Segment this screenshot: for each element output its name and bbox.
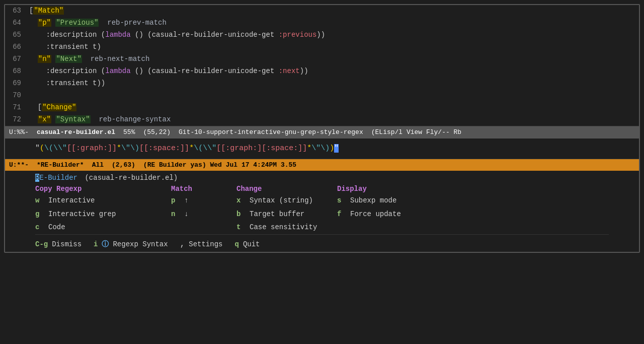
string-p: "p" [38, 19, 51, 27]
quit-label: Quit [243, 240, 260, 248]
line-number-72: 72 [9, 114, 29, 125]
key-g[interactable]: g [35, 208, 45, 221]
key-p[interactable]: p [171, 194, 181, 208]
desc-b: Target buffer [250, 208, 304, 221]
re-builder-scope: All [92, 160, 104, 170]
kw-previous: :previous [279, 31, 317, 39]
menu-header-row: Copy Regexp Match Change Display [35, 185, 609, 193]
line-number-63: 63 [9, 5, 29, 16]
string-next: "Next" [55, 55, 82, 63]
code-line-64: 64 "p" "Previous" reb-prev-match [5, 17, 639, 29]
line-number-68: 68 [9, 65, 29, 77]
string-n: "n" [38, 55, 51, 63]
info-icon: ⓘ [102, 240, 109, 249]
quit-key[interactable]: q [234, 240, 238, 248]
string-previous: "Previous" [55, 19, 99, 27]
outer-border: 63 ["Match" 64 "p" "Previous" reb-prev-m… [4, 4, 640, 253]
desc-w: Interactive [48, 194, 95, 208]
code-line-69: 69 :transient t)) [5, 78, 639, 90]
code-line-72: 72 "x" "Syntax" reb-change-syntax [5, 114, 639, 126]
desc-x: Syntax (string) [250, 194, 313, 208]
string-match: "Match" [33, 7, 64, 15]
line-content-66: :transient t) [29, 41, 635, 52]
arrow-n: ↓ [184, 208, 188, 221]
status-percent: 55% [123, 127, 135, 137]
desc-f: Force update [350, 208, 401, 221]
regex-bracket-1: [[:graph:]] [67, 144, 117, 153]
line-content-67: "n" "Next" reb-next-match [29, 53, 635, 64]
code-area: 63 ["Match" 64 "p" "Previous" reb-prev-m… [5, 5, 639, 126]
bracket-71: [ [38, 103, 42, 111]
regex-area: "(\(\\"[[:graph:]]*\"\)[[:space:]]*\(\\"… [5, 139, 639, 159]
line-content-64: "p" "Previous" reb-prev-match [29, 17, 635, 28]
line-content-71: ["Change" [29, 102, 635, 113]
cell-empty-display [337, 221, 473, 234]
header-match: Match [171, 185, 236, 193]
text-change-syntax: reb-change-syntax [91, 115, 171, 123]
status-minor-modes: (ELisp/l View Fly/-- Rb [371, 127, 461, 137]
menu-row-1: w Interactive p ↑ x Syntax (string) s Su… [35, 194, 609, 208]
key-w[interactable]: w [35, 194, 45, 208]
cell-n: n ↓ [171, 208, 236, 221]
dismiss-key[interactable]: C-g [35, 240, 48, 248]
regexp-label: Regexp Syntax [113, 240, 168, 248]
cell-c: c Code [35, 221, 171, 234]
key-f[interactable]: f [337, 208, 347, 221]
arrow-p: ↑ [184, 194, 188, 208]
status-mode: U:%%- [9, 127, 29, 137]
re-builder-title-row: RE-Builder (casual-re-builder.el) [35, 174, 609, 182]
title-text: E-Builder [39, 174, 77, 182]
status-filename: casual-re-builder.el [37, 127, 115, 137]
kw-next: :next [279, 67, 300, 75]
code-line-71: 71 ["Change" [5, 102, 639, 114]
key-t[interactable]: t [236, 221, 247, 234]
desc-g: Interactive grep [48, 208, 116, 221]
info-key[interactable]: i [94, 240, 98, 248]
re-builder-filename: (casual-re-builder.el) [85, 174, 178, 182]
status-bar-main: U:%%- casual-re-builder.el 55% (55,22) G… [5, 126, 639, 139]
re-builder-buffer: *RE-Builder* [37, 160, 84, 170]
key-x[interactable]: x [236, 194, 247, 208]
cell-t: t Case sensitivity [236, 221, 337, 234]
regex-star-2: * [189, 144, 194, 153]
desc-s: Subexp mode [350, 194, 396, 208]
regex-escape-3: \(\\" [194, 144, 216, 153]
cell-s: s Subexp mode [337, 194, 473, 208]
cell-p: p ↑ [171, 194, 236, 208]
code-line-66: 66 :transient t) [5, 41, 639, 53]
re-builder-mode: U:**- [9, 160, 29, 170]
key-n[interactable]: n [171, 208, 181, 221]
text-prev-match: reb-prev-match [99, 19, 166, 27]
cell-b: b Target buffer [236, 208, 337, 221]
regex-close-paren: ) [330, 144, 334, 153]
re-builder-status-bar: U:**- *RE-Builder* All (2,63) (RE Builde… [5, 159, 639, 171]
regex-escape-2: \"\) [121, 144, 139, 153]
header-copy: Copy Regexp [35, 185, 171, 193]
code-line-65: 65 :description (lambda () (casual-re-bu… [5, 29, 639, 41]
cell-x: x Syntax (string) [236, 194, 337, 208]
regex-cursor: " [334, 144, 339, 153]
regex-escape-4: \"\) [311, 144, 330, 153]
status-position: (55,22) [143, 127, 171, 137]
key-b[interactable]: b [236, 208, 247, 221]
line-number-65: 65 [9, 29, 29, 40]
cell-f: f Force update [337, 208, 473, 221]
regex-escape-1: \(\\" [44, 144, 67, 153]
bottom-bar: C-g Dismiss i ⓘ Regexp Syntax , Settings… [35, 234, 609, 249]
menu-row-3: c Code t Case sensitivity [35, 221, 609, 234]
editor-container: 63 ["Match" 64 "p" "Previous" reb-prev-m… [0, 0, 644, 344]
code-line-67: 67 "n" "Next" reb-next-match [5, 53, 639, 65]
key-s[interactable]: s [337, 194, 347, 208]
text-next-match: reb-next-match [82, 55, 149, 63]
cell-g: g Interactive grep [35, 208, 171, 221]
key-c[interactable]: c [35, 221, 45, 234]
status-branch: Git-10-support-interactive-gnu-grep-styl… [179, 127, 363, 137]
code-line-68: 68 :description (lambda () (casual-re-bu… [5, 65, 639, 78]
settings-label: Settings [189, 240, 222, 248]
desc-t: Case sensitivity [250, 221, 317, 234]
cell-w: w Interactive [35, 194, 171, 208]
line-content-69: :transient t)) [29, 78, 635, 89]
regex-star-1: * [117, 144, 121, 153]
menu-row-2: g Interactive grep n ↓ b Target buffer f… [35, 208, 609, 221]
regex-open-quote: " [35, 144, 40, 153]
